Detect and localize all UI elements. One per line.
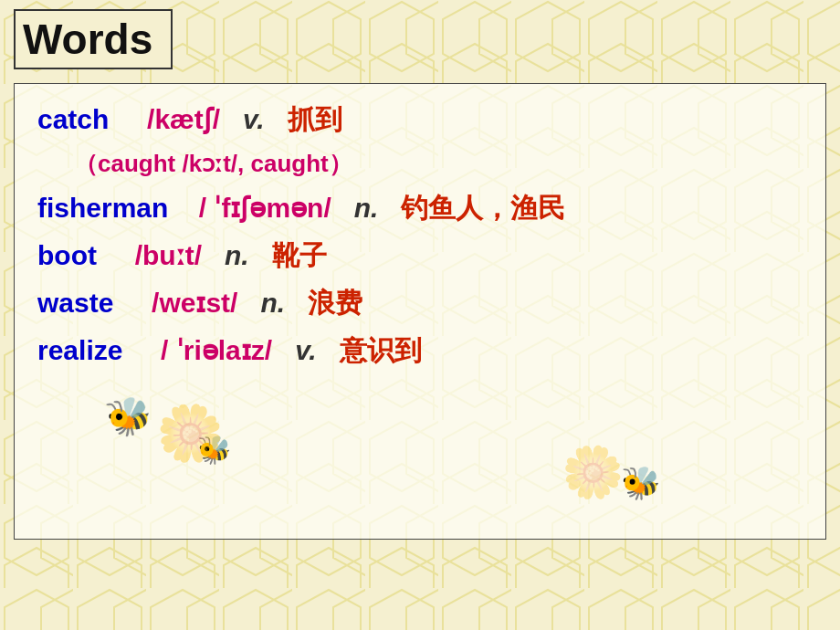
word-chinese-catch: 抓到 [288, 104, 342, 134]
word-chinese-fisherman: 钓鱼人，渔民 [401, 193, 565, 223]
page-title: Words [23, 16, 152, 63]
word-line-realize: realize / ˈriəlaɪz/ v. 意识到 [37, 331, 803, 370]
bee-decoration-1: 🐝 [102, 392, 154, 442]
words-card: catch /kætʃ/ v. 抓到 （caught /kɔːt/, caugh… [14, 83, 826, 540]
word-line-boot: boot /buːt/ n. 靴子 [37, 236, 803, 275]
word-pos-boot: n. [225, 240, 249, 270]
word-english-catch: catch [37, 104, 109, 134]
word-phonetic-fisherman: / ˈfɪʃəmən/ [199, 193, 331, 223]
word-phonetic-boot: /buːt/ [135, 240, 202, 270]
word-phonetic-waste: /weɪst/ [152, 288, 237, 318]
word-pos-catch: v. [243, 104, 264, 134]
word-english-fisherman: fisherman [37, 193, 168, 223]
word-english-waste: waste [37, 288, 113, 318]
word-phonetic-realize: / ˈriəlaɪz/ [161, 335, 272, 365]
word-line-waste: waste /weɪst/ n. 浪费 [37, 284, 803, 322]
word-chinese-boot: 靴子 [272, 240, 327, 270]
word-pos-fisherman: n. [354, 193, 379, 223]
title-box: Words [14, 9, 173, 69]
word-pos-realize: v. [295, 335, 316, 365]
word-pos-waste: n. [260, 288, 285, 318]
word-chinese-waste: 浪费 [308, 288, 362, 318]
flower-decoration-1: 🌼 [156, 401, 225, 466]
word-line-catch: catch /kætʃ/ v. 抓到 [37, 100, 803, 139]
bee-decoration-3: 🐝 [621, 465, 661, 502]
word-line-fisherman: fisherman / ˈfɪʃəmən/ n. 钓鱼人，渔民 [37, 189, 803, 227]
flower-decoration-2: 🌼 [562, 443, 625, 502]
conjugation-text: caught /kɔːt/, caught [98, 150, 329, 177]
word-chinese-realize: 意识到 [340, 335, 422, 365]
word-english-realize: realize [37, 335, 122, 365]
word-english-boot: boot [37, 240, 97, 270]
word-phonetic-catch: /kætʃ/ [147, 104, 220, 134]
conjugation-catch: （caught /kɔːt/, caught） [74, 148, 803, 180]
